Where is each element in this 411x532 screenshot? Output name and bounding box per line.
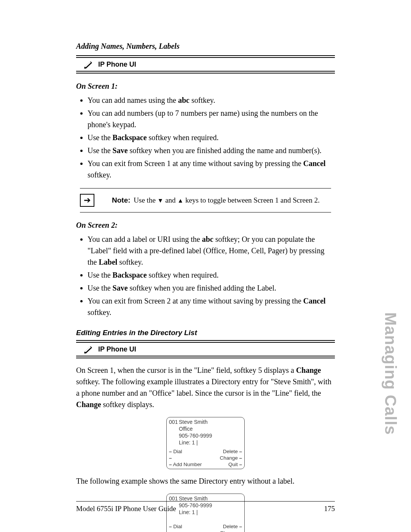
list-item: Use the Save softkey when you are finish… xyxy=(88,145,335,156)
list-item: You can add numbers (up to 7 numbers per… xyxy=(88,107,335,130)
softkey-delete: Delete xyxy=(223,524,238,529)
softkeys-right: Delete – Change – Quit – xyxy=(220,448,242,468)
dash-icon: – xyxy=(239,524,242,529)
text: You can exit from Screen 1 at any time w… xyxy=(88,159,303,168)
text: You can add a label or URI using the xyxy=(88,235,202,243)
bold: Save xyxy=(113,284,128,292)
down-arrow-icon: ▼ xyxy=(158,197,164,204)
bold: Cancel xyxy=(303,297,326,305)
softkeys-left: – Dial – – Add Number xyxy=(169,448,202,468)
text: softkey. xyxy=(190,96,215,104)
dash-icon: – xyxy=(239,462,242,467)
softkey-delete: Delete xyxy=(223,449,238,454)
rule xyxy=(76,340,335,341)
note-label: Note: xyxy=(112,196,131,204)
footer-left: Model 6755i IP Phone User Guide xyxy=(76,505,176,513)
bold: Change xyxy=(296,366,321,374)
bold: Save xyxy=(113,146,128,155)
text: On Screen 1, when the cursor is in the "… xyxy=(76,366,296,374)
page-number: 175 xyxy=(324,505,335,513)
entry-number: 001 xyxy=(169,419,179,426)
dash-icon: – xyxy=(169,449,172,454)
rule xyxy=(76,73,335,73)
rule xyxy=(80,212,331,212)
softkey-change: Change xyxy=(220,530,237,532)
text: Use the xyxy=(132,196,158,204)
bold: Cancel xyxy=(303,159,326,168)
dash-icon: – xyxy=(239,530,242,532)
dash-icon: – xyxy=(169,524,172,529)
list-item: You can exit from Screen 2 at any time w… xyxy=(88,295,335,318)
dash-icon: – xyxy=(169,462,172,467)
text: Use the xyxy=(88,133,113,142)
text: You can exit from Screen 2 at any time w… xyxy=(88,297,303,305)
ip-phone-ui-label: IP Phone UI xyxy=(98,61,136,69)
text: softkey when you are finished adding the… xyxy=(128,284,276,292)
paragraph: The following example shows the same Dir… xyxy=(76,475,335,487)
text: Use the xyxy=(88,284,113,292)
bold: Backspace xyxy=(113,133,147,142)
softkey-row: – Dial – – Add Number Delete – Change – … xyxy=(169,448,242,468)
text: softkey displays. xyxy=(101,400,154,409)
side-chapter-tab: Managing Calls xyxy=(381,312,400,435)
softkey-add-number: Add Number xyxy=(173,462,202,467)
entry-name: Steve Smith xyxy=(179,419,207,425)
text: softkey. xyxy=(88,171,112,179)
text: Use the xyxy=(88,146,113,155)
bold: abc xyxy=(202,235,213,243)
up-arrow-icon: ▲ xyxy=(177,197,183,204)
dash-icon: – xyxy=(239,455,242,461)
text: softkey when you are finished adding the… xyxy=(128,146,322,155)
note-arrow-icon: ➔ xyxy=(80,194,94,207)
text: softkey when required. xyxy=(147,271,219,279)
editing-entries-heading: Editing Entries in the Directory List xyxy=(76,329,335,337)
list-item: You can exit from Screen 1 at any time w… xyxy=(88,158,335,181)
list-item: Use the Backspace softkey when required. xyxy=(88,269,335,281)
on-screen-1-heading: On Screen 1: xyxy=(76,82,335,91)
note-block: ➔ Note: Use the ▼ and ▲ keys to toggle b… xyxy=(76,188,335,212)
entry-line: Line: 1 | xyxy=(169,439,242,446)
softkey-row: – Dial – – Add Number Delete – Change – … xyxy=(169,523,242,532)
list-item: You can add a label or URI using the abc… xyxy=(88,233,335,268)
softkeys-left: – Dial – – Add Number xyxy=(169,523,202,532)
pen-icon xyxy=(84,345,94,353)
ip-phone-ui-heading: IP Phone UI xyxy=(76,342,335,356)
ip-phone-ui-label: IP Phone UI xyxy=(98,345,136,353)
text: softkey. The following example illustrat… xyxy=(76,377,331,397)
text: softkey. xyxy=(117,258,143,266)
text: and xyxy=(163,196,177,204)
bold: Change xyxy=(76,400,101,409)
entry-label: Office xyxy=(169,426,242,433)
softkey-dial: Dial xyxy=(173,524,182,529)
bold: abc xyxy=(178,96,190,104)
directory-entry-display: 001Steve Smith Office 905-760-9999 Line:… xyxy=(166,417,245,469)
dash-icon: – xyxy=(169,455,172,461)
list-item: Use the Backspace softkey when required. xyxy=(88,132,335,143)
screen1-list: You can add names using the abc softkey.… xyxy=(88,94,335,181)
rule xyxy=(76,55,335,56)
softkeys-right: Delete – Change – Quit – xyxy=(220,523,242,532)
softkey-quit: Quit xyxy=(228,462,238,467)
spacer xyxy=(169,516,242,521)
text: Use the xyxy=(88,271,113,279)
on-screen-2-heading: On Screen 2: xyxy=(76,221,335,230)
text: keys to toggle between Screen 1 and Scre… xyxy=(183,196,320,204)
list-item: Use the Save softkey when you are finish… xyxy=(88,282,335,294)
bold: Label xyxy=(99,258,117,266)
screen2-list: You can add a label or URI using the abc… xyxy=(88,233,335,318)
text: softkey when required. xyxy=(147,133,219,142)
bold: Backspace xyxy=(113,271,147,279)
text: You can add names using the xyxy=(88,96,178,104)
section-title: Adding Names, Numbers, Labels xyxy=(76,42,335,51)
softkey-change: Change xyxy=(220,455,237,461)
entry-phone-number: 905-760-9999 xyxy=(169,433,242,439)
page-footer: Model 6755i IP Phone User Guide 175 xyxy=(76,505,335,513)
ip-phone-ui-heading: IP Phone UI xyxy=(76,57,335,72)
text: softkey. xyxy=(88,308,112,316)
note-text: Note: Use the ▼ and ▲ keys to toggle bet… xyxy=(112,196,320,204)
softkey-dial: Dial xyxy=(173,449,182,454)
pen-icon xyxy=(84,60,94,69)
list-item: You can add names using the abc softkey. xyxy=(88,94,335,106)
text: You can add numbers (up to 7 numbers per… xyxy=(88,109,318,129)
footer-rule xyxy=(76,501,335,502)
